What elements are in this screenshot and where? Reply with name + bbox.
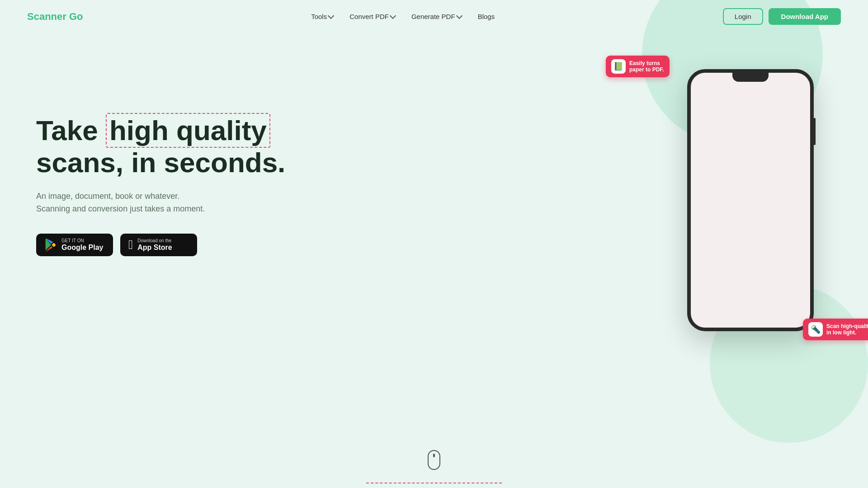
chevron-down-icon <box>456 13 462 19</box>
bottom-dashed-line <box>366 483 502 483</box>
hero-subtitle: An image, document, book or whatever. Sc… <box>36 190 285 216</box>
nav-item-convert-pdf[interactable]: Convert PDF <box>343 9 401 24</box>
apple-icon:  <box>128 239 133 251</box>
nav-item-tools[interactable]: Tools <box>305 9 340 24</box>
navbar: Scanner Go Tools Convert PDF Generate PD… <box>0 0 868 33</box>
badge-pdf-conversion: 📗 Easily turns paper to PDF. <box>606 56 670 77</box>
chevron-down-icon <box>390 13 396 19</box>
nav-item-generate-pdf[interactable]: Generate PDF <box>405 9 468 24</box>
badge-low-light: 🔦 Scan high-quality in low light. <box>803 319 868 340</box>
hero-text: Take high quality scans, in seconds. An … <box>36 69 285 256</box>
mouse-dot <box>433 454 435 457</box>
badge-icon-flashlight: 🔦 <box>808 322 823 337</box>
app-store-button[interactable]:  Download on the App Store <box>120 234 197 256</box>
mouse-icon <box>428 450 440 470</box>
download-app-button[interactable]: Download App <box>769 8 841 25</box>
brand-logo[interactable]: Scanner Go <box>27 11 83 23</box>
nav-actions: Login Download App <box>723 8 841 25</box>
phone-body <box>687 69 814 331</box>
badge-text-lowlight: Scan high-quality in low light. <box>826 323 868 336</box>
scroll-indicator <box>428 450 440 470</box>
badge-icon-book: 📗 <box>611 59 626 74</box>
chevron-down-icon <box>328 13 334 19</box>
google-play-button[interactable]: GET IT ON Google Play <box>36 234 113 256</box>
badge-text-pdf: Easily turns paper to PDF. <box>629 60 664 73</box>
hero-section: Take high quality scans, in seconds. An … <box>0 33 868 440</box>
phone-mockup-container: 📗 Easily turns paper to PDF. 🔦 Scan high… <box>687 69 814 331</box>
hero-title: Take high quality scans, in seconds. <box>36 114 285 179</box>
hero-title-highlight: high quality <box>106 113 270 148</box>
nav-item-blogs[interactable]: Blogs <box>472 9 501 24</box>
nav-links: Tools Convert PDF Generate PDF Blogs <box>305 9 501 24</box>
phone-side-button <box>813 118 816 145</box>
google-play-icon <box>44 239 57 251</box>
store-buttons: GET IT ON Google Play  Download on the … <box>36 234 285 256</box>
google-play-text: GET IT ON Google Play <box>61 238 103 252</box>
app-store-text: Download on the App Store <box>137 238 172 252</box>
login-button[interactable]: Login <box>723 8 763 25</box>
